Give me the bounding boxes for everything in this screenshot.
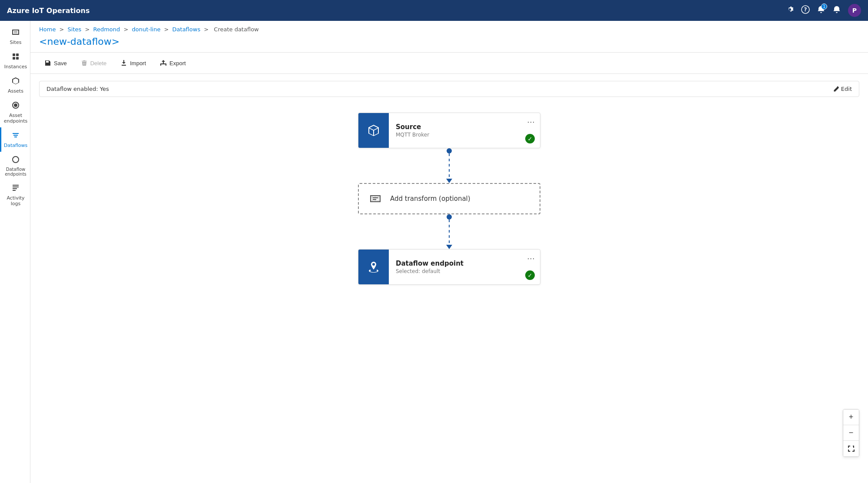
endpoint-check-circle: ✓ xyxy=(525,270,535,280)
cube-icon xyxy=(367,123,381,137)
sidebar-item-dataflow-endpoints[interactable]: Dataflow endpoints xyxy=(0,152,30,180)
sidebar-item-instances[interactable]: Instances xyxy=(0,49,30,73)
zoom-controls: + − xyxy=(843,409,859,457)
transform-icon xyxy=(368,191,383,207)
source-node-content: Source MQTT Broker xyxy=(389,113,540,148)
svg-rect-3 xyxy=(16,53,19,56)
connector-dot-1 xyxy=(447,148,452,153)
transform-label: Add transform (optional) xyxy=(390,195,470,203)
sidebar-item-dataflows[interactable]: Dataflows xyxy=(0,127,30,152)
export-button[interactable]: Export xyxy=(155,57,191,69)
import-button[interactable]: Import xyxy=(115,57,151,69)
alert-icon[interactable] xyxy=(832,5,841,16)
dataflows-icon xyxy=(11,131,20,141)
zoom-fit-button[interactable] xyxy=(843,441,859,456)
breadcrumb-sites[interactable]: Sites xyxy=(68,26,82,33)
dataflow-status-text: Dataflow enabled: Yes xyxy=(46,86,109,92)
import-label: Import xyxy=(130,60,146,67)
export-label: Export xyxy=(169,60,186,67)
svg-rect-2 xyxy=(13,53,15,56)
breadcrumb-dataflows[interactable]: Dataflows xyxy=(172,26,201,33)
svg-rect-4 xyxy=(13,57,15,60)
connector-line-1 xyxy=(449,153,450,179)
sites-icon xyxy=(11,28,20,38)
edit-icon xyxy=(833,86,839,92)
toolbar: Save Delete Import Export xyxy=(30,52,868,74)
delete-icon xyxy=(81,60,88,67)
sidebar-label-asset-endpoints: Asset endpoints xyxy=(3,113,28,124)
delete-button[interactable]: Delete xyxy=(76,57,112,69)
transform-node[interactable]: Add transform (optional) xyxy=(358,183,540,214)
connector-dot-2 xyxy=(447,214,452,220)
svg-rect-5 xyxy=(16,57,19,60)
sidebar-label-instances: Instances xyxy=(4,64,27,70)
dataflow-endpoints-icon xyxy=(11,155,20,165)
sidebar-item-asset-endpoints[interactable]: Asset endpoints xyxy=(0,97,30,127)
page-title: <new-dataflow> xyxy=(30,34,868,52)
save-label: Save xyxy=(54,60,67,67)
endpoint-node-subtitle: Selected: default xyxy=(396,268,533,274)
save-icon xyxy=(44,60,51,67)
endpoint-node-check: ✓ xyxy=(525,270,535,280)
connector-arrow-1 xyxy=(446,179,452,183)
save-button[interactable]: Save xyxy=(39,57,72,69)
endpoint-node-title: Dataflow endpoint xyxy=(396,260,533,267)
sidebar-item-assets[interactable]: Assets xyxy=(0,73,30,97)
main-content: Home > Sites > Redmond > donut-line > Da… xyxy=(30,21,868,483)
endpoint-node-icon xyxy=(358,250,389,284)
app-header: Azure IoT Operations ? 1 P xyxy=(0,0,868,21)
delete-label: Delete xyxy=(90,60,107,67)
header-actions: ? 1 P xyxy=(785,4,861,17)
breadcrumb-redmond[interactable]: Redmond xyxy=(93,26,120,33)
activity-logs-icon xyxy=(11,183,20,193)
connector-2 xyxy=(446,214,452,249)
source-node[interactable]: Source MQTT Broker ⋯ ✓ xyxy=(358,113,540,148)
endpoint-node-content: Dataflow endpoint Selected: default xyxy=(389,250,540,284)
source-node-menu[interactable]: ⋯ xyxy=(527,117,535,127)
svg-text:?: ? xyxy=(804,7,807,13)
edit-label: Edit xyxy=(841,86,852,92)
edit-link[interactable]: Edit xyxy=(833,86,852,92)
breadcrumb: Home > Sites > Redmond > donut-line > Da… xyxy=(30,21,868,34)
breadcrumb-donut-line[interactable]: donut-line xyxy=(132,26,160,33)
zoom-in-button[interactable]: + xyxy=(843,410,859,425)
flow-canvas: Source MQTT Broker ⋯ ✓ xyxy=(39,104,859,365)
sidebar-label-assets: Assets xyxy=(8,88,23,94)
endpoint-icon xyxy=(367,260,381,274)
endpoint-node[interactable]: Dataflow endpoint Selected: default ⋯ ✓ xyxy=(358,249,540,285)
source-check-circle: ✓ xyxy=(525,134,535,143)
source-node-icon xyxy=(358,113,389,148)
export-icon xyxy=(160,60,167,67)
dataflow-status-bar: Dataflow enabled: Yes Edit xyxy=(39,81,859,97)
asset-endpoints-icon xyxy=(11,101,20,111)
zoom-out-button[interactable]: − xyxy=(843,425,859,441)
source-node-check: ✓ xyxy=(525,134,535,143)
canvas-area: Dataflow enabled: Yes Edit Source MQTT B… xyxy=(30,74,868,483)
notification-badge: 1 xyxy=(821,3,827,10)
sidebar-label-sites: Sites xyxy=(10,40,22,45)
sidebar: Sites Instances Assets Asset endpoints D xyxy=(0,21,30,483)
sidebar-item-sites[interactable]: Sites xyxy=(0,24,30,49)
sidebar-label-dataflow-endpoints: Dataflow endpoints xyxy=(3,167,28,177)
connector-arrow-2 xyxy=(446,245,452,249)
source-node-title: Source xyxy=(396,123,533,131)
endpoint-node-menu[interactable]: ⋯ xyxy=(527,254,535,263)
assets-icon xyxy=(11,77,20,87)
sidebar-item-activity-logs[interactable]: Activity logs xyxy=(0,180,30,210)
source-node-subtitle: MQTT Broker xyxy=(396,132,533,138)
settings-icon[interactable] xyxy=(785,5,794,16)
instances-icon xyxy=(11,52,20,62)
user-avatar[interactable]: P xyxy=(848,4,861,17)
breadcrumb-current: Create dataflow xyxy=(214,26,258,33)
sidebar-label-dataflows: Dataflows xyxy=(4,143,28,148)
sidebar-label-activity-logs: Activity logs xyxy=(3,195,28,207)
breadcrumb-home[interactable]: Home xyxy=(39,26,56,33)
connector-line-2 xyxy=(449,220,450,245)
import-icon xyxy=(120,60,127,67)
app-title: Azure IoT Operations xyxy=(7,7,89,15)
notification-icon[interactable]: 1 xyxy=(817,5,825,16)
help-icon[interactable]: ? xyxy=(801,5,810,16)
connector-1 xyxy=(446,148,452,183)
